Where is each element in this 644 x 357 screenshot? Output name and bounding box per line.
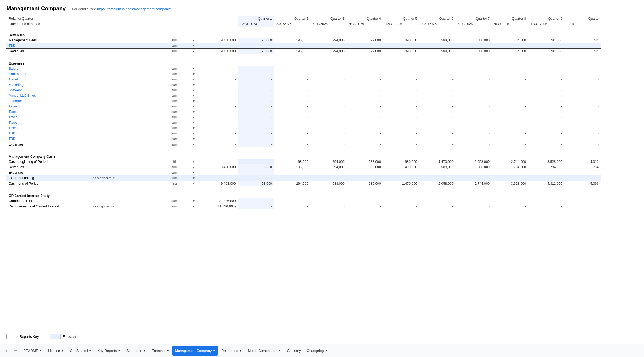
contractors-label[interactable]: Contractors bbox=[6, 71, 90, 77]
d8: 9/30/2026 bbox=[492, 21, 528, 27]
external-funding-row: External Funding placeholder for c sum -… bbox=[6, 175, 601, 181]
taxes-row-5: Taxes sum - - - - - - - - - - - bbox=[6, 125, 601, 131]
gp-label: GP Carried Interest Entity bbox=[9, 194, 50, 198]
taxes-row-3: Taxes sum - - - - - - - - - - - bbox=[6, 114, 601, 120]
ext-funding-label: External Funding bbox=[6, 175, 90, 181]
taxes-5-label[interactable]: Taxes bbox=[6, 125, 90, 131]
taxes-3-label[interactable]: Taxes bbox=[6, 114, 90, 120]
q7-header: Quarter 7 bbox=[456, 16, 492, 21]
exp-tbd-1-label[interactable]: TBD bbox=[6, 131, 90, 136]
tab-get-started-label: Get Started bbox=[70, 349, 88, 353]
forecast-box bbox=[50, 334, 61, 339]
contractors-row: Contractors sum - - - - - - - - - - - bbox=[6, 71, 601, 77]
date-header-row: Date at end of period 12/31/2024 3/31/20… bbox=[6, 21, 601, 27]
tab-license-label: License bbox=[48, 349, 60, 353]
mgmt-fees-type bbox=[90, 38, 159, 43]
tab-resources[interactable]: Resources ▼ bbox=[219, 346, 244, 356]
annual-llc-row: Annual LLC filings sum - - - - - - - - -… bbox=[6, 93, 601, 98]
header-arrow-col bbox=[190, 16, 200, 21]
salary-label[interactable]: Salary bbox=[6, 66, 90, 71]
date-label: Date at end of period bbox=[6, 21, 90, 27]
tab-license[interactable]: License ▼ bbox=[45, 346, 67, 356]
expenses-tbd-row-1: TBD sum - - - - - - - - - - - bbox=[6, 131, 601, 136]
page-subtitle: For details, see https://foresight.is/do… bbox=[72, 7, 171, 11]
docs-link[interactable]: https://foresight.is/docs/management-com… bbox=[97, 7, 171, 11]
travel-label[interactable]: Travel bbox=[6, 77, 90, 82]
tab-glossary-label: Glossary bbox=[287, 349, 301, 353]
cash-beginning-row: Cash, beginning of Period initial - - 98… bbox=[6, 159, 601, 164]
cash-expenses-row: Expenses sum - - - - - - - - - - - bbox=[6, 170, 601, 175]
insurance-row: Insurance sum - - - - - - - - - - - bbox=[6, 98, 601, 104]
tab-management-company-label: Management Company bbox=[175, 349, 212, 353]
header-agg-col bbox=[159, 16, 190, 21]
tab-resources-arrow: ▼ bbox=[239, 349, 242, 352]
taxes-4-label[interactable]: Taxes bbox=[6, 120, 90, 125]
cash-revenues-row: Revenues sum 9,408,000 98,000 196,000 29… bbox=[6, 164, 601, 170]
tab-model-comparison-label: Model Comparison bbox=[248, 349, 277, 353]
insurance-label[interactable]: Insurance bbox=[6, 98, 90, 104]
date-type-col bbox=[90, 21, 159, 27]
hamburger-icon[interactable]: ☰ bbox=[11, 346, 20, 355]
salary-row: Salary sum - - - - - - - - - - - bbox=[6, 66, 601, 71]
tab-key-reports[interactable]: Key Reports ▼ bbox=[95, 346, 123, 356]
tab-scenarios[interactable]: Scenarios ▼ bbox=[124, 346, 149, 356]
q4-header: Quarter 4 bbox=[347, 16, 383, 21]
taxes-1-label[interactable]: Taxes bbox=[6, 104, 90, 109]
taxes-2-label[interactable]: Taxes bbox=[6, 109, 90, 114]
q5-header: Quarter 5 bbox=[383, 16, 419, 21]
d5: 12/31/2025 bbox=[383, 21, 419, 27]
mgmt-fees-agg: sum bbox=[159, 38, 190, 43]
tab-model-comparison[interactable]: Model Comparison ▼ bbox=[245, 346, 284, 356]
tab-changelog-label: Changelog bbox=[307, 349, 324, 353]
d7: 6/30/2026 bbox=[456, 21, 492, 27]
tab-management-company[interactable]: Management Company ▼ bbox=[172, 346, 218, 356]
q3-header: Quarter 3 bbox=[310, 16, 347, 21]
tab-readme-label: README bbox=[23, 349, 38, 353]
q9-header: Quarter 9 bbox=[528, 16, 564, 21]
marketing-label[interactable]: Marketing bbox=[6, 82, 90, 87]
d2: 3/31/2025 bbox=[274, 21, 310, 27]
exp-tbd-2-label[interactable]: TBD bbox=[6, 136, 90, 142]
cash-rev-label: Revenues bbox=[6, 164, 90, 170]
annual-llc-label[interactable]: Annual LLC filings bbox=[6, 93, 90, 98]
d4: 9/30/2025 bbox=[347, 21, 383, 27]
tab-readme[interactable]: README ▼ bbox=[21, 346, 45, 356]
software-label[interactable]: Software bbox=[6, 87, 90, 93]
tab-glossary[interactable]: Glossary bbox=[284, 346, 303, 356]
revenues-summary-row: Revenues sum 9,408,000 98,000 196,000 29… bbox=[6, 49, 601, 54]
mgmt-fees-q10: 784 bbox=[565, 38, 601, 43]
taxes-row-1: Taxes sum - - - - - - - - - - - bbox=[6, 104, 601, 109]
revenues-label: Revenues bbox=[9, 33, 25, 37]
date-total-col bbox=[200, 21, 238, 27]
mgmt-fees-q8: 784,000 bbox=[492, 38, 528, 43]
tab-key-reports-label: Key Reports bbox=[98, 349, 117, 353]
tab-forecast[interactable]: Forecast ▼ bbox=[149, 346, 172, 356]
d3: 6/30/2025 bbox=[310, 21, 347, 27]
carried-int-label: Carried Interest bbox=[6, 198, 90, 204]
expenses-summary-row: Expenses sum - - - - - - - - - - - bbox=[6, 142, 601, 147]
gp-section-header: GP Carried Interest Entity bbox=[6, 190, 601, 198]
q8-header: Quarter 8 bbox=[492, 16, 528, 21]
tab-readme-arrow: ▼ bbox=[39, 349, 42, 352]
tab-changelog[interactable]: Changelog ▼ bbox=[304, 346, 330, 356]
cash-exp-label: Expenses bbox=[6, 170, 90, 175]
tab-forecast-arrow: ▼ bbox=[166, 349, 169, 352]
legend-forecast: Forecast bbox=[50, 334, 76, 339]
add-sheet-icon[interactable]: + bbox=[2, 346, 11, 355]
expenses-tbd-row-2: TBD sum - - - - - - - - - - - bbox=[6, 136, 601, 142]
tab-get-started-arrow: ▼ bbox=[89, 349, 92, 352]
revenues-tbd-label[interactable]: TBD bbox=[6, 43, 90, 49]
mgmt-fees-q3: 294,000 bbox=[310, 38, 347, 43]
mgmt-fees-q4: 392,000 bbox=[347, 38, 383, 43]
q6-header: Quarter 6 bbox=[419, 16, 455, 21]
mgmt-fees-arrow[interactable] bbox=[190, 38, 200, 43]
spreadsheet-table: Relative Quarter Quarter 1 Quarter 2 Qua… bbox=[6, 16, 601, 209]
reports-key-label: Reports Key bbox=[19, 335, 39, 339]
mgmt-fees-q2: 196,000 bbox=[274, 38, 310, 43]
tab-get-started[interactable]: Get Started ▼ bbox=[67, 346, 94, 356]
cash-label: Management Company Cash bbox=[9, 155, 55, 159]
software-row: Software sum - - - - - - - - - - - bbox=[6, 87, 601, 93]
carried-interest-row: Carried Interest sum 21,336,800 - - - - … bbox=[6, 198, 601, 204]
quarter-header-row: Relative Quarter Quarter 1 Quarter 2 Qua… bbox=[6, 16, 601, 21]
d1: 12/31/2024 bbox=[238, 21, 274, 27]
